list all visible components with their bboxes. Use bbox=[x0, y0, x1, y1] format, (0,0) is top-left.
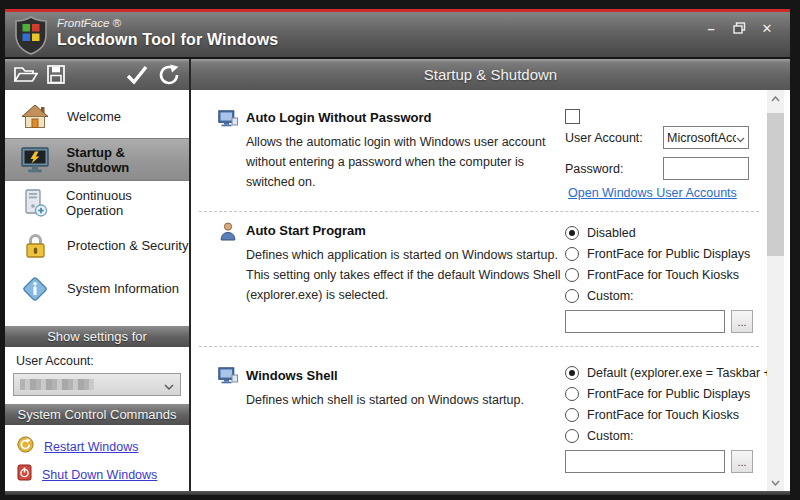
close-button[interactable]: ✕ bbox=[758, 20, 776, 36]
radio-icon bbox=[565, 429, 579, 443]
sidebar-item-label: Welcome bbox=[67, 109, 121, 124]
user-account-combobox-value: MicrosoftAccc bbox=[667, 131, 736, 145]
undo-circular-arrow-icon bbox=[158, 64, 181, 86]
revert-settings-button[interactable] bbox=[158, 64, 181, 86]
radio-icon bbox=[565, 408, 579, 422]
sidebar-item-system-information[interactable]: System Information bbox=[5, 267, 189, 310]
user-account-value-redacted bbox=[20, 379, 94, 390]
shutdown-windows-link[interactable]: Shut Down Windows bbox=[42, 468, 157, 482]
section-desc-auto-login: Allows the automatic login with Windows … bbox=[246, 132, 558, 192]
system-control-commands-header: System Control Commands bbox=[5, 404, 189, 425]
person-icon bbox=[220, 222, 236, 245]
vertical-scrollbar[interactable] bbox=[767, 90, 784, 491]
radio-auto-start-disabled[interactable]: Disabled bbox=[565, 224, 636, 242]
restart-windows-link[interactable]: Restart Windows bbox=[44, 440, 138, 454]
radio-auto-start-public-displays[interactable]: FrontFace for Public Displays bbox=[565, 245, 750, 263]
section-divider bbox=[199, 346, 759, 347]
user-account-select[interactable] bbox=[13, 373, 181, 396]
apply-settings-button[interactable] bbox=[125, 65, 149, 85]
restore-icon bbox=[733, 22, 746, 34]
radio-shell-public-displays[interactable]: FrontFace for Public Displays bbox=[565, 385, 750, 403]
padlock-icon bbox=[19, 230, 51, 262]
app-title: Lockdown Tool for Windows bbox=[57, 31, 278, 49]
info-diamond-icon bbox=[19, 273, 51, 305]
password-field-label: Password: bbox=[565, 162, 623, 176]
auto-login-checkbox[interactable] bbox=[565, 109, 580, 124]
section-divider bbox=[199, 211, 759, 212]
titlebar: FrontFace ® Lockdown Tool for Windows – … bbox=[5, 12, 790, 57]
open-folder-icon bbox=[13, 65, 38, 84]
auto-start-browse-button[interactable]: ... bbox=[731, 310, 753, 333]
section-desc-windows-shell: Defines which shell is started on Window… bbox=[246, 390, 576, 410]
radio-auto-start-touch-kiosks[interactable]: FrontFace for Touch Kiosks bbox=[565, 266, 739, 284]
radio-icon bbox=[565, 387, 579, 401]
auto-start-custom-path-input[interactable] bbox=[565, 310, 725, 333]
sidebar-item-label: Protection & Security bbox=[67, 238, 188, 253]
computer-icon bbox=[218, 367, 238, 388]
user-account-combobox[interactable]: MicrosoftAccc bbox=[663, 126, 749, 149]
radio-shell-touch-kiosks[interactable]: FrontFace for Touch Kiosks bbox=[565, 406, 739, 424]
save-floppy-icon bbox=[47, 65, 65, 84]
window-controls: – ✕ bbox=[702, 20, 776, 36]
toolbar bbox=[5, 59, 189, 90]
minimize-button[interactable]: – bbox=[702, 20, 720, 36]
chevron-down-icon bbox=[736, 129, 745, 147]
open-profile-button[interactable] bbox=[13, 65, 38, 84]
shell-browse-button[interactable]: ... bbox=[731, 450, 753, 473]
scroll-up-icon bbox=[771, 96, 780, 102]
home-icon bbox=[19, 101, 51, 133]
shutdown-icon bbox=[17, 464, 32, 485]
radio-icon bbox=[565, 226, 579, 240]
brand-name: FrontFace ® bbox=[57, 17, 121, 29]
sidebar-item-label: System Information bbox=[67, 281, 179, 296]
shell-custom-path-input[interactable] bbox=[565, 450, 725, 473]
chevron-down-icon bbox=[164, 376, 174, 394]
sidebar-item-startup-shutdown[interactable]: Startup & Shutdown bbox=[5, 138, 189, 181]
section-desc-auto-start: Defines which application is started on … bbox=[246, 245, 564, 305]
password-input[interactable] bbox=[663, 157, 749, 180]
section-title-auto-start: Auto Start Program bbox=[246, 223, 366, 238]
sidebar-item-welcome[interactable]: Welcome bbox=[5, 95, 189, 138]
sidebar-item-continuous-operation[interactable]: Continuous Operation bbox=[5, 181, 189, 224]
restore-button[interactable] bbox=[730, 20, 748, 36]
restart-windows-row: Restart Windows bbox=[17, 436, 138, 457]
open-windows-user-accounts-link[interactable]: Open Windows User Accounts bbox=[568, 186, 737, 200]
radio-shell-default[interactable]: Default (explorer.exe = Taskbar + D bbox=[565, 364, 783, 382]
section-title-windows-shell: Windows Shell bbox=[246, 368, 338, 383]
radio-shell-custom[interactable]: Custom: bbox=[565, 427, 634, 445]
sidebar-item-label: Startup & Shutdown bbox=[66, 145, 189, 175]
checkmark-icon bbox=[125, 65, 149, 85]
frontface-shield-logo-icon bbox=[13, 15, 49, 59]
sidebar-item-protection-security[interactable]: Protection & Security bbox=[5, 224, 189, 267]
scroll-down-icon bbox=[771, 480, 780, 486]
radio-icon bbox=[565, 366, 579, 380]
radio-icon bbox=[565, 268, 579, 282]
window-bottom-frame bbox=[5, 491, 790, 495]
scrollbar-thumb[interactable] bbox=[767, 113, 784, 256]
radio-icon bbox=[565, 289, 579, 303]
header-bars: Startup & Shutdown bbox=[5, 59, 790, 90]
restart-icon bbox=[17, 436, 34, 457]
sidebar: Welcome Startup & Shutdown bbox=[5, 90, 189, 491]
user-account-field-label: User Account: bbox=[565, 131, 643, 145]
shutdown-windows-row: Shut Down Windows bbox=[17, 464, 157, 485]
page-title: Startup & Shutdown bbox=[191, 59, 790, 90]
app-window: FrontFace ® Lockdown Tool for Windows – … bbox=[5, 9, 790, 491]
computer-icon bbox=[218, 110, 238, 131]
show-settings-for-header: Show settings for bbox=[5, 326, 189, 347]
radio-icon bbox=[565, 247, 579, 261]
monitor-lightning-icon bbox=[19, 144, 50, 176]
computer-tower-plus-icon bbox=[19, 187, 50, 219]
save-profile-button[interactable] bbox=[47, 65, 65, 84]
scroll-down-button[interactable] bbox=[767, 474, 784, 491]
settings-panel: Auto Login Without Password Allows the a… bbox=[191, 90, 790, 491]
sidebar-item-label: Continuous Operation bbox=[66, 188, 189, 218]
user-account-label: User Account: bbox=[16, 354, 94, 368]
scroll-up-button[interactable] bbox=[767, 90, 784, 107]
section-title-auto-login: Auto Login Without Password bbox=[246, 110, 431, 125]
radio-auto-start-custom[interactable]: Custom: bbox=[565, 287, 634, 305]
